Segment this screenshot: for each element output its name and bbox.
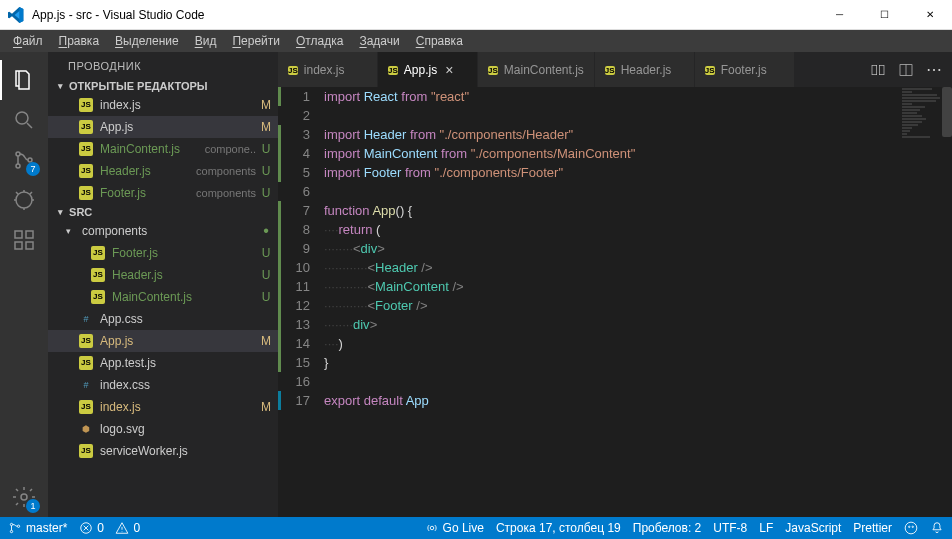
svg-point-13 [10, 523, 12, 525]
open-editor-item[interactable]: JSHeader.jscomponentsU [48, 160, 278, 182]
scrollbar[interactable] [938, 87, 952, 517]
close-icon[interactable]: × [445, 62, 453, 78]
svg-rect-11 [879, 65, 884, 74]
menu-item[interactable]: Выделение [107, 34, 187, 48]
svg-rect-6 [26, 231, 33, 238]
open-editor-item[interactable]: JSindex.jsM [48, 94, 278, 116]
scm-badge: 7 [26, 162, 40, 176]
sidebar-title: ПРОВОДНИК [48, 52, 278, 78]
editor-tab[interactable]: JSFooter.js [695, 52, 795, 87]
settings-badge: 1 [26, 499, 40, 513]
file-item[interactable]: JSindex.jsM [48, 396, 278, 418]
file-item[interactable]: #App.css [48, 308, 278, 330]
file-item[interactable]: JSHeader.jsU [48, 264, 278, 286]
svg-point-18 [905, 522, 917, 534]
menu-item[interactable]: Справка [408, 34, 471, 48]
svg-point-4 [16, 192, 32, 208]
file-item[interactable]: ⬢logo.svg [48, 418, 278, 440]
svg-rect-8 [26, 242, 33, 249]
file-item[interactable]: JSApp.test.js [48, 352, 278, 374]
split-icon[interactable] [898, 62, 914, 78]
svg-point-14 [10, 530, 12, 532]
file-item[interactable]: #index.css [48, 374, 278, 396]
compare-icon[interactable] [870, 62, 886, 78]
code-area[interactable]: 1234567891011121314151617 import React f… [278, 87, 952, 517]
status-problems[interactable]: 0 0 [79, 521, 140, 535]
svg-point-2 [16, 164, 20, 168]
explorer-icon[interactable] [0, 60, 48, 100]
menu-item[interactable]: Правка [51, 34, 108, 48]
editor-tab[interactable]: JSindex.js [278, 52, 378, 87]
more-icon[interactable]: ⋯ [926, 60, 942, 79]
folder-item[interactable]: ▾components• [48, 220, 278, 242]
activity-bar: 7 1 [0, 52, 48, 517]
file-item[interactable]: JSApp.jsM [48, 330, 278, 352]
svg-point-20 [912, 526, 913, 527]
svg-point-17 [430, 526, 434, 530]
editor-tab[interactable]: JSHeader.js [595, 52, 695, 87]
status-branch[interactable]: master* [8, 521, 67, 535]
svg-rect-5 [15, 231, 22, 238]
status-lang[interactable]: JavaScript [785, 521, 841, 535]
svg-rect-7 [15, 242, 22, 249]
open-editor-item[interactable]: JSMainContent.jscompone..U [48, 138, 278, 160]
menu-item[interactable]: Вид [187, 34, 225, 48]
svg-point-19 [909, 526, 910, 527]
gutter: 1234567891011121314151617 [278, 87, 324, 517]
source-control-icon[interactable]: 7 [0, 140, 48, 180]
titlebar: App.js - src - Visual Studio Code ─ ☐ ✕ [0, 0, 952, 30]
status-bar: master* 0 0 Go Live Строка 17, столбец 1… [0, 517, 952, 539]
sidebar: ПРОВОДНИК ▾ ОТКРЫТЫЕ РЕДАКТОРЫ JSindex.j… [48, 52, 278, 517]
editor: JSindex.jsJSApp.js×JSMainContent.jsJSHea… [278, 52, 952, 517]
file-item[interactable]: JSFooter.jsU [48, 242, 278, 264]
tab-actions: ⋯ [860, 52, 952, 87]
maximize-button[interactable]: ☐ [862, 0, 907, 30]
svg-rect-10 [872, 65, 877, 74]
editor-tabs: JSindex.jsJSApp.js×JSMainContent.jsJSHea… [278, 52, 952, 87]
menu-item[interactable]: Перейти [224, 34, 288, 48]
workspace-header[interactable]: ▾ SRC [48, 204, 278, 220]
window-title: App.js - src - Visual Studio Code [32, 8, 817, 22]
status-eol[interactable]: LF [759, 521, 773, 535]
svg-point-0 [16, 112, 28, 124]
file-item[interactable]: JSserviceWorker.js [48, 440, 278, 462]
code-body[interactable]: import React from "react"import Header f… [324, 87, 952, 517]
editor-tab[interactable]: JSApp.js× [378, 52, 478, 87]
debug-icon[interactable] [0, 180, 48, 220]
status-encoding[interactable]: UTF-8 [713, 521, 747, 535]
open-editor-item[interactable]: JSApp.jsM [48, 116, 278, 138]
settings-icon[interactable]: 1 [0, 477, 48, 517]
status-position[interactable]: Строка 17, столбец 19 [496, 521, 621, 535]
menubar: ФайлПравкаВыделениеВидПерейтиОтладкаЗада… [0, 30, 952, 52]
status-feedback-icon[interactable] [904, 521, 918, 535]
close-button[interactable]: ✕ [907, 0, 952, 30]
svg-point-9 [21, 494, 27, 500]
svg-point-1 [16, 152, 20, 156]
search-icon[interactable] [0, 100, 48, 140]
status-prettier[interactable]: Prettier [853, 521, 892, 535]
svg-point-15 [17, 525, 19, 527]
menu-item[interactable]: Задачи [351, 34, 407, 48]
open-editors-header[interactable]: ▾ ОТКРЫТЫЕ РЕДАКТОРЫ [48, 78, 278, 94]
extensions-icon[interactable] [0, 220, 48, 260]
vscode-icon [8, 7, 24, 23]
file-item[interactable]: JSMainContent.jsU [48, 286, 278, 308]
chevron-down-icon: ▾ [54, 81, 66, 91]
status-spaces[interactable]: Пробелов: 2 [633, 521, 702, 535]
menu-item[interactable]: Файл [5, 34, 51, 48]
minimize-button[interactable]: ─ [817, 0, 862, 30]
open-editor-item[interactable]: JSFooter.jscomponentsU [48, 182, 278, 204]
menu-item[interactable]: Отладка [288, 34, 351, 48]
status-golive[interactable]: Go Live [425, 521, 484, 535]
editor-tab[interactable]: JSMainContent.js [478, 52, 595, 87]
chevron-down-icon: ▾ [54, 207, 66, 217]
status-bell-icon[interactable] [930, 521, 944, 535]
